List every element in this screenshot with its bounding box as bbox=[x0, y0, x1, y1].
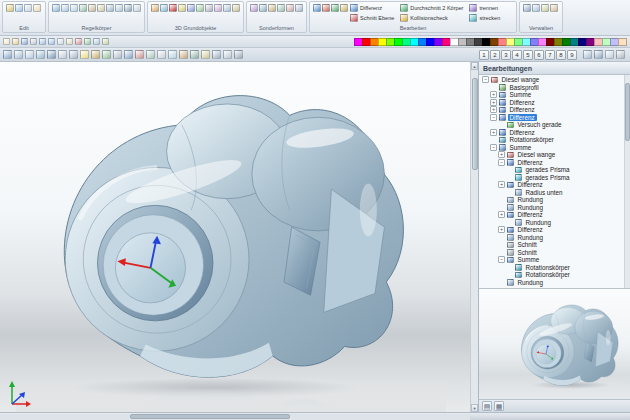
tree-item-differenz[interactable]: +Differenz bbox=[479, 181, 630, 189]
view-button-8[interactable]: 8 bbox=[556, 50, 566, 60]
tree-expander[interactable]: + bbox=[490, 91, 497, 98]
sweep-icon[interactable] bbox=[70, 4, 78, 12]
tree-item-differenz[interactable]: −Differenz bbox=[479, 114, 630, 122]
wedge-icon[interactable] bbox=[106, 4, 114, 12]
tree-expander[interactable]: + bbox=[498, 151, 505, 158]
rotate-view-icon[interactable] bbox=[3, 50, 12, 59]
tree-expander[interactable]: − bbox=[490, 144, 497, 151]
tree-expander[interactable]: + bbox=[490, 129, 497, 136]
extrusion-icon[interactable] bbox=[52, 4, 60, 12]
tree-expander[interactable]: + bbox=[498, 226, 505, 233]
tree-expander[interactable]: + bbox=[490, 106, 497, 113]
tree-item-rotationskörper[interactable]: Rotationskörper bbox=[479, 136, 630, 144]
tree-expander[interactable]: − bbox=[498, 256, 505, 263]
tree-item-schnitt[interactable]: Schnitt bbox=[479, 249, 630, 257]
help-icon[interactable] bbox=[102, 38, 109, 45]
rib-icon[interactable] bbox=[133, 4, 141, 12]
trim-icon[interactable] bbox=[340, 4, 348, 12]
tree-expander[interactable]: − bbox=[482, 76, 489, 83]
view-button-4[interactable]: 4 bbox=[512, 50, 522, 60]
ribbon-button-trennen[interactable]: trennen bbox=[468, 4, 501, 12]
shell-icon[interactable] bbox=[277, 4, 285, 12]
prism-icon[interactable] bbox=[88, 4, 96, 12]
zoom-in-icon[interactable] bbox=[25, 50, 34, 59]
cone-icon[interactable] bbox=[178, 4, 186, 12]
tree-item-summe[interactable]: +Summe bbox=[479, 91, 630, 99]
union-icon[interactable] bbox=[313, 4, 321, 12]
viewport-hscrollbar[interactable] bbox=[0, 414, 470, 420]
view-button-5[interactable]: 5 bbox=[523, 50, 533, 60]
view-button-9[interactable]: 9 bbox=[567, 50, 577, 60]
ring-icon[interactable] bbox=[214, 4, 222, 12]
material-icon[interactable] bbox=[179, 50, 188, 59]
revolve-icon[interactable] bbox=[61, 4, 69, 12]
helix-icon[interactable] bbox=[115, 4, 123, 12]
sphere-icon[interactable] bbox=[169, 4, 177, 12]
viewport-vscrollbar[interactable]: ▲ ▼ bbox=[470, 62, 478, 412]
wireframe-icon[interactable] bbox=[58, 50, 67, 59]
list-view-icon[interactable]: ▤ bbox=[482, 401, 492, 411]
tree-item-summe[interactable]: −Summe bbox=[479, 144, 630, 152]
tree-item-radius-unten[interactable]: Radius unten bbox=[479, 189, 630, 197]
emboss-icon[interactable] bbox=[286, 4, 294, 12]
loft-icon[interactable] bbox=[79, 4, 87, 12]
view-front-icon[interactable] bbox=[583, 50, 592, 59]
scroll-up-arrow[interactable]: ▲ bbox=[471, 62, 478, 70]
box-icon[interactable] bbox=[151, 4, 159, 12]
workplane-icon[interactable] bbox=[124, 50, 133, 59]
tree-scrollbar[interactable] bbox=[624, 75, 630, 288]
rename-icon[interactable] bbox=[550, 4, 558, 12]
intersect-icon[interactable] bbox=[331, 4, 339, 12]
tree-item-diesel-wange[interactable]: −Diesel wange bbox=[479, 76, 630, 84]
delete-icon[interactable] bbox=[75, 38, 82, 45]
annotate-icon[interactable] bbox=[201, 50, 210, 59]
snap-icon[interactable] bbox=[102, 50, 111, 59]
light-icon[interactable] bbox=[80, 50, 89, 59]
open-file-icon[interactable] bbox=[12, 38, 19, 45]
clipboard-icon[interactable] bbox=[33, 4, 41, 12]
view-button-7[interactable]: 7 bbox=[545, 50, 555, 60]
view-top-icon[interactable] bbox=[605, 50, 614, 59]
block-icon[interactable] bbox=[232, 4, 240, 12]
tree-item-rundung[interactable]: Rundung bbox=[479, 204, 630, 212]
visibility-icon[interactable] bbox=[157, 50, 166, 59]
view-button-6[interactable]: 6 bbox=[534, 50, 544, 60]
palette-color-34[interactable] bbox=[618, 38, 627, 46]
gear-shape-icon[interactable] bbox=[268, 4, 276, 12]
freeform-icon[interactable] bbox=[250, 4, 258, 12]
tree-expander[interactable]: − bbox=[490, 114, 497, 121]
new-file-icon[interactable] bbox=[3, 38, 10, 45]
save-icon[interactable] bbox=[21, 38, 28, 45]
tree-item-diesel-wange[interactable]: +Diesel wange bbox=[479, 151, 630, 159]
measure-icon[interactable] bbox=[91, 50, 100, 59]
pipe-icon[interactable] bbox=[124, 4, 132, 12]
tree-expander[interactable]: + bbox=[490, 99, 497, 106]
tube-icon[interactable] bbox=[205, 4, 213, 12]
tree-item-rundung[interactable]: Rundung bbox=[479, 196, 630, 204]
select-filter-icon[interactable] bbox=[223, 50, 232, 59]
pyramid-icon[interactable] bbox=[97, 4, 105, 12]
paste-icon[interactable] bbox=[66, 38, 73, 45]
list-objekt-icon[interactable] bbox=[6, 4, 14, 12]
tree-expander[interactable]: + bbox=[498, 211, 505, 218]
tree-item-summe[interactable]: −Summe bbox=[479, 256, 630, 264]
tree-item-differenz[interactable]: +Differenz bbox=[479, 106, 630, 114]
settings-icon[interactable] bbox=[234, 50, 243, 59]
tree-item-differenz[interactable]: +Differenz bbox=[479, 129, 630, 137]
tree-expander[interactable]: + bbox=[498, 181, 505, 188]
tree-item-gerades-prisma[interactable]: gerades Prisma bbox=[479, 174, 630, 182]
refresh-icon[interactable] bbox=[84, 38, 91, 45]
shaded-view-icon[interactable] bbox=[47, 50, 56, 59]
tree-item-versuch-gerade[interactable]: Versuch gerade bbox=[479, 121, 630, 129]
undo-icon[interactable] bbox=[39, 38, 46, 45]
scroll-down-arrow[interactable]: ▼ bbox=[471, 404, 478, 412]
redo-icon[interactable] bbox=[48, 38, 55, 45]
transparency-icon[interactable] bbox=[168, 50, 177, 59]
text-shape-icon[interactable] bbox=[295, 4, 303, 12]
edit-part-icon[interactable] bbox=[15, 4, 23, 12]
tree-item-rundung[interactable]: Rundung bbox=[479, 279, 630, 287]
ribbon-button-strecken[interactable]: strecken bbox=[468, 14, 501, 22]
ellipsoid-icon[interactable] bbox=[196, 4, 204, 12]
tree-item-differenz[interactable]: +Differenz bbox=[479, 211, 630, 219]
dimension-icon[interactable] bbox=[212, 50, 221, 59]
